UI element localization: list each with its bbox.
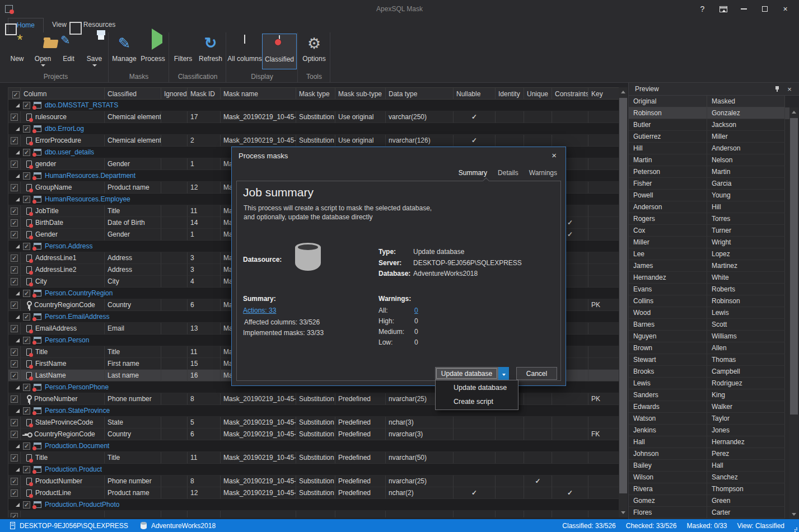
table-row[interactable]: ✓ProductNumberPhone number8Mask_20190219… — [8, 475, 619, 487]
row-checkbox[interactable]: ✓ — [11, 478, 18, 485]
resize-grip[interactable] — [793, 526, 797, 530]
tab-details[interactable]: Details — [498, 169, 518, 177]
table-row[interactable]: ✓StateProvinceCodeState5Mask_20190219_10… — [8, 417, 619, 429]
maximize-button[interactable] — [754, 0, 775, 18]
scroll-down-icon[interactable] — [789, 510, 798, 519]
pin-button[interactable] — [771, 84, 783, 94]
collapse-icon[interactable] — [16, 244, 20, 248]
preview-row[interactable]: LewisRodriguez — [629, 378, 789, 389]
col-header-mask-type[interactable]: Mask type — [296, 88, 335, 100]
row-checkbox[interactable]: ✓ — [23, 290, 30, 297]
options-button[interactable]: ⚙ Options — [300, 34, 329, 63]
collapse-icon[interactable] — [16, 127, 20, 131]
row-checkbox[interactable]: ✓ — [11, 266, 18, 274]
help-button[interactable]: ? — [692, 0, 713, 18]
col-header-nullable[interactable]: Nullable — [454, 88, 496, 100]
preview-row[interactable]: StewartThomas — [629, 354, 789, 366]
tab-warnings[interactable]: Warnings — [529, 169, 557, 177]
row-checkbox[interactable]: ✓ — [23, 501, 30, 509]
collapse-icon[interactable] — [16, 409, 20, 413]
preview-row[interactable]: JenkinsJones — [629, 425, 789, 436]
collapse-icon[interactable] — [16, 174, 20, 178]
row-checkbox[interactable]: ✓ — [23, 442, 30, 450]
table-group-row[interactable]: ✓Person.StateProvince — [8, 405, 619, 417]
open-dropdown-icon[interactable] — [41, 64, 45, 67]
preview-row[interactable]: WoodLewis — [629, 307, 789, 319]
col-header-classified[interactable]: Classified — [105, 88, 161, 100]
preview-row[interactable]: PowellYoung — [629, 190, 789, 201]
row-checkbox[interactable]: ✓ — [11, 419, 18, 426]
preview-row[interactable]: GutierrezMiller — [629, 131, 789, 143]
collapse-icon[interactable] — [16, 197, 20, 201]
col-header-unique[interactable]: Unique — [524, 88, 552, 100]
preview-row[interactable]: GomezGreen — [629, 495, 789, 507]
table-group-row[interactable]: ✓Production.Product — [8, 464, 619, 475]
preview-row[interactable]: FloresCarter — [629, 507, 789, 519]
row-checkbox[interactable]: ✓ — [11, 349, 18, 356]
table-row[interactable]: ✓CountryRegionCodeCountry6Mask_20190219_… — [8, 429, 619, 440]
preview-row[interactable]: FisherGarcia — [629, 178, 789, 190]
col-header-mask-subtype[interactable]: Mask sub-type — [335, 88, 386, 100]
col-header-mask-name[interactable]: Mask name — [221, 88, 296, 100]
col-header-identity[interactable]: Identity — [496, 88, 524, 100]
preview-row[interactable]: MartinNelson — [629, 154, 789, 166]
col-header-ignored[interactable]: Ignored — [161, 88, 188, 100]
preview-row[interactable]: EdwardsWalker — [629, 401, 789, 413]
row-checkbox[interactable]: ✓ — [11, 513, 18, 518]
table-row[interactable]: ✓TitleTitle11Mask_20190219_10-45-48Subst… — [8, 452, 619, 464]
preview-row[interactable]: LeeLopez — [629, 248, 789, 260]
table-row[interactable]: ✓ — [8, 511, 619, 517]
all-warnings-link[interactable]: 0 — [414, 307, 418, 314]
dialog-close-button[interactable]: × — [552, 150, 557, 160]
row-checkbox[interactable]: ✓ — [11, 278, 18, 285]
row-checkbox[interactable]: ✓ — [23, 149, 30, 156]
scroll-up-icon[interactable] — [619, 87, 628, 97]
col-header-masked[interactable]: Masked — [707, 96, 785, 107]
open-button[interactable]: Open — [30, 34, 56, 67]
preview-row[interactable]: MillerWright — [629, 237, 789, 248]
row-checkbox[interactable]: ✓ — [11, 489, 18, 497]
row-checkbox[interactable]: ✓ — [23, 172, 30, 180]
table-row[interactable]: ✓ErrorProcedureChemical elements2Mask_20… — [8, 135, 619, 147]
row-checkbox[interactable]: ✓ — [11, 454, 18, 462]
classified-button[interactable]: Classified — [262, 34, 297, 69]
row-checkbox[interactable]: ✓ — [11, 137, 18, 144]
preview-row[interactable]: RiveraThompson — [629, 483, 789, 495]
close-button[interactable]: × — [775, 0, 796, 18]
preview-row[interactable]: HernandezWhite — [629, 272, 789, 284]
table-group-row[interactable]: ✓dbo.ErrorLog — [8, 123, 619, 135]
collapse-icon[interactable] — [16, 291, 20, 295]
preview-row[interactable]: BrownAllen — [629, 342, 789, 354]
col-header-mask-id[interactable]: Mask ID — [188, 88, 221, 100]
col-header-key[interactable]: Key — [588, 88, 619, 100]
table-group-row[interactable]: ✓Production.Document — [8, 440, 619, 452]
row-checkbox[interactable]: ✓ — [23, 102, 30, 109]
preview-row[interactable]: AndersonHill — [629, 201, 789, 213]
row-checkbox[interactable]: ✓ — [23, 196, 30, 203]
preview-row[interactable]: EvansRoberts — [629, 284, 789, 295]
row-checkbox[interactable]: ✓ — [11, 184, 18, 191]
preview-row[interactable]: BaileyHall — [629, 460, 789, 472]
new-button[interactable]: New — [4, 34, 30, 67]
table-row[interactable]: ✓rulesourceChemical elements17Mask_20190… — [8, 111, 619, 123]
row-checkbox[interactable]: ✓ — [11, 208, 18, 215]
minimize-button[interactable] — [733, 0, 754, 18]
edit-button[interactable]: Edit — [56, 34, 82, 67]
preview-row[interactable]: BrooksCampbell — [629, 366, 789, 378]
preview-row[interactable]: JamesMartinez — [629, 260, 789, 272]
preview-row[interactable]: WatsonTaylor — [629, 413, 789, 425]
row-checkbox[interactable]: ✓ — [11, 396, 18, 403]
row-checkbox[interactable]: ✓ — [23, 337, 30, 344]
preview-close-button[interactable]: × — [783, 84, 796, 94]
col-header-data-type[interactable]: Data type — [386, 88, 454, 100]
scroll-down-icon[interactable] — [619, 508, 628, 517]
collapse-icon[interactable] — [16, 150, 20, 154]
preview-row[interactable]: CoxTurner — [629, 225, 789, 237]
preview-scrollbar[interactable] — [789, 107, 798, 519]
preview-row[interactable]: RogersTorres — [629, 213, 789, 225]
table-scrollbar[interactable] — [619, 87, 628, 517]
scroll-thumb[interactable] — [790, 118, 798, 415]
collapse-icon[interactable] — [16, 444, 20, 448]
refresh-button[interactable]: ↻ Refresh — [196, 34, 225, 63]
collapse-icon[interactable] — [16, 385, 20, 389]
